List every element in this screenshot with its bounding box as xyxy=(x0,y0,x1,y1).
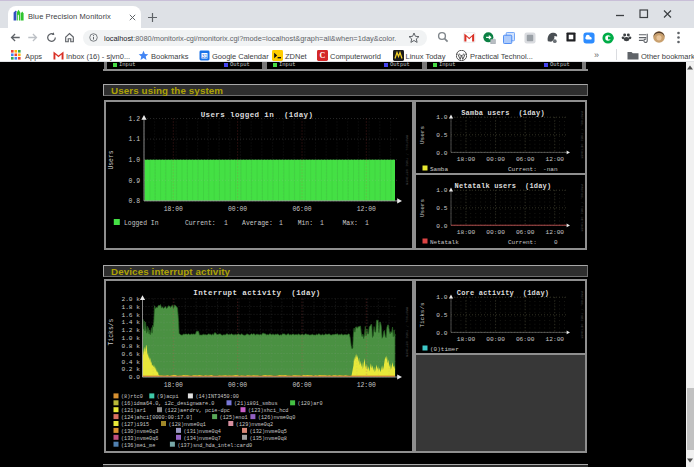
svg-text:1.0 k: 1.0 k xyxy=(121,335,140,342)
svg-text:31: 31 xyxy=(202,53,208,59)
svg-text:0.8: 0.8 xyxy=(128,198,140,205)
svg-text:(121)ar1: (121)ar1 xyxy=(121,408,146,414)
svg-text:1.0: 1.0 xyxy=(436,294,447,301)
svg-text:(127)i915: (127)i915 xyxy=(121,421,149,427)
svg-text:(126)nvme0q0: (126)nvme0q0 xyxy=(257,414,294,420)
svg-text:(134)nvme0q7: (134)nvme0q7 xyxy=(183,435,220,441)
svg-text:(120)ar0: (120)ar0 xyxy=(297,401,322,407)
svg-text:Ticks/s: Ticks/s xyxy=(107,318,114,345)
svg-text:Users: Users xyxy=(107,150,114,169)
svg-text:0.2 k: 0.2 k xyxy=(121,366,140,373)
svg-text:(135)nvme0q8: (135)nvme0q8 xyxy=(249,435,286,441)
svg-text:0.4 k: 0.4 k xyxy=(121,358,140,365)
svg-text:06:00: 06:00 xyxy=(292,206,311,213)
svg-text:Samba: Samba xyxy=(430,166,448,173)
svg-text:Max:: Max: xyxy=(342,220,357,227)
svg-text:RRDTOOL / TOBI OETIKER: RRDTOOL / TOBI OETIKER xyxy=(580,111,584,159)
svg-text:(131)nvme0q4: (131)nvme0q4 xyxy=(183,428,220,434)
svg-text:1.1: 1.1 xyxy=(128,136,140,143)
svg-text:1.0: 1.0 xyxy=(128,157,140,164)
svg-text:00:00: 00:00 xyxy=(228,206,247,213)
svg-text:00:00: 00:00 xyxy=(486,336,505,343)
svg-text:(21)i801_smbus: (21)i801_smbus xyxy=(234,401,278,407)
svg-text:(9)acpi: (9)acpi xyxy=(156,394,178,400)
svg-text:12:00: 12:00 xyxy=(546,229,565,236)
svg-text:1: 1 xyxy=(224,220,228,227)
svg-text:Samba users (1day): Samba users (1day) xyxy=(461,109,545,117)
svg-text:1.2: 1.2 xyxy=(128,116,140,123)
svg-text:Logged In: Logged In xyxy=(124,220,159,227)
svg-text:06:00: 06:00 xyxy=(516,229,535,236)
svg-text:12:00: 12:00 xyxy=(546,336,565,343)
svg-text:0.5: 0.5 xyxy=(436,312,447,319)
svg-text:(128)nvme0q1: (128)nvme0q1 xyxy=(168,421,205,427)
svg-text:Users: Users xyxy=(419,199,426,217)
svg-text:0.0: 0.0 xyxy=(436,223,447,230)
svg-text:0.9: 0.9 xyxy=(128,178,140,185)
svg-text:1.2 k: 1.2 k xyxy=(121,327,140,334)
svg-text:0.0: 0.0 xyxy=(436,150,447,157)
svg-text:Interrupt activity (1day): Interrupt activity (1day) xyxy=(193,289,320,297)
svg-text:(137)snd_hda_intel:card0: (137)snd_hda_intel:card0 xyxy=(177,442,252,448)
svg-text:0.6 k: 0.6 k xyxy=(121,350,140,357)
svg-text:18:00: 18:00 xyxy=(457,229,476,236)
svg-text:0.0: 0.0 xyxy=(436,329,447,336)
svg-text:00:00: 00:00 xyxy=(486,229,505,236)
svg-text:1.8 k: 1.8 k xyxy=(121,303,140,310)
svg-text:00:00: 00:00 xyxy=(486,156,505,163)
svg-text:1: 1 xyxy=(279,220,283,227)
svg-text:(14)INT3450:00: (14)INT3450:00 xyxy=(195,394,239,400)
svg-text:Current:: Current: xyxy=(508,166,537,173)
svg-text:(125)eno1: (125)eno1 xyxy=(219,414,247,420)
svg-text:18:00: 18:00 xyxy=(457,156,476,163)
svg-text:-nan: -nan xyxy=(543,166,558,173)
svg-text:00:00: 00:00 xyxy=(228,382,247,389)
svg-text:Min:: Min: xyxy=(297,220,312,227)
svg-text:Netatalk users (1day): Netatalk users (1day) xyxy=(455,182,552,190)
svg-text:06:00: 06:00 xyxy=(292,382,311,389)
svg-text:18:00: 18:00 xyxy=(457,336,476,343)
svg-text:1: 1 xyxy=(320,220,324,227)
svg-text:0.8 k: 0.8 k xyxy=(121,342,140,349)
svg-text:(0)timer: (0)timer xyxy=(430,345,459,352)
svg-text:(133)nvme0q6: (133)nvme0q6 xyxy=(121,435,158,441)
svg-text:Current:: Current: xyxy=(184,220,215,227)
svg-text:RRDTOOL / TOBI OETIKER: RRDTOOL / TOBI OETIKER xyxy=(405,306,409,357)
svg-text:1: 1 xyxy=(365,220,369,227)
svg-text:RRDTOOL / TOBI OETIKER: RRDTOOL / TOBI OETIKER xyxy=(580,291,584,339)
svg-text:1.4 k: 1.4 k xyxy=(121,319,140,326)
svg-text:Current:: Current: xyxy=(508,239,537,246)
svg-text:18:00: 18:00 xyxy=(163,382,182,389)
svg-text:RRDTOOL / TOBI OETIKER: RRDTOOL / TOBI OETIKER xyxy=(580,184,584,232)
svg-text:(130)nvme0q3: (130)nvme0q3 xyxy=(121,428,158,434)
svg-text:Ticks/s: Ticks/s xyxy=(419,302,426,328)
svg-text:12:00: 12:00 xyxy=(546,156,565,163)
svg-text:(129)nvme0q2: (129)nvme0q2 xyxy=(235,421,272,427)
svg-text:Core activity (1day): Core activity (1day) xyxy=(457,289,549,297)
svg-text:(8)rtc0: (8)rtc0 xyxy=(121,394,143,400)
svg-text:06:00: 06:00 xyxy=(516,336,535,343)
svg-text:06:00: 06:00 xyxy=(516,156,535,163)
svg-text:12:00: 12:00 xyxy=(356,382,375,389)
svg-text:(122)aerdrv, pcie-dpc: (122)aerdrv, pcie-dpc xyxy=(164,408,229,414)
svg-text:12:00: 12:00 xyxy=(356,206,375,213)
svg-text:1.0: 1.0 xyxy=(436,187,447,194)
svg-text:Netatalk: Netatalk xyxy=(430,239,459,246)
svg-text:0.0: 0.0 xyxy=(128,374,139,381)
svg-text:(132)nvme0q5: (132)nvme0q5 xyxy=(249,428,286,434)
svg-text:0.5: 0.5 xyxy=(436,205,447,212)
svg-text:1.6 k: 1.6 k xyxy=(121,311,140,318)
svg-text:RRDTOOL / TOBI OETIKER: RRDTOOL / TOBI OETIKER xyxy=(405,135,409,186)
svg-text:0.5: 0.5 xyxy=(436,132,447,139)
svg-text:Average:: Average: xyxy=(242,220,273,227)
svg-text:1.0: 1.0 xyxy=(436,114,447,121)
svg-text:2.0 k: 2.0 k xyxy=(121,295,140,302)
svg-text:C: C xyxy=(320,51,326,60)
svg-text:Users: Users xyxy=(419,126,426,144)
svg-text:(136)mei_me: (136)mei_me xyxy=(121,442,155,448)
svg-text:(16)idma64.0, i2c_designware.0: (16)idma64.0, i2c_designware.0 xyxy=(121,401,214,407)
svg-text:Users logged in (1day): Users logged in (1day) xyxy=(200,111,313,119)
svg-text:(123)xhci_hcd: (123)xhci_hcd xyxy=(248,408,288,414)
svg-text:18:00: 18:00 xyxy=(163,206,182,213)
svg-text:(124)ahci[0000:00:17.0]: (124)ahci[0000:00:17.0] xyxy=(121,414,193,420)
